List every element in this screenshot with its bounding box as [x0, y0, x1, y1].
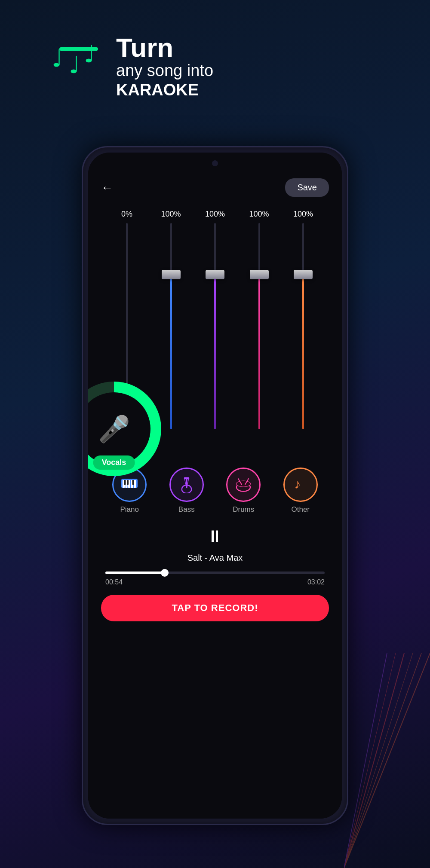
piano-fader-handle[interactable]: [162, 270, 181, 279]
progress-bar[interactable]: [105, 572, 325, 574]
music-notes-icon: ♩ ♩ ♩: [52, 43, 103, 90]
song-title: Salt - Ava Max: [101, 553, 329, 563]
drums-icon-circle[interactable]: [226, 468, 261, 502]
drums-fader-handle[interactable]: [250, 270, 269, 279]
record-button[interactable]: TAP TO RECORD!: [101, 595, 329, 621]
fader-drums-column: 100%: [238, 210, 281, 429]
svg-text:♩: ♩: [84, 43, 95, 67]
microphone-icon: 🎤: [98, 414, 130, 444]
svg-line-2: [344, 653, 413, 868]
bass-icon-circle[interactable]: [169, 468, 204, 502]
progress-section: 00:54 03:02: [101, 572, 329, 586]
bass-fader-handle[interactable]: [206, 270, 224, 279]
piano-keys-icon: [121, 479, 138, 491]
subtitle-line2: KARAOKE: [116, 81, 213, 99]
piano-label: Piano: [120, 505, 139, 514]
piano-percent: 100%: [161, 210, 181, 219]
play-pause-container: ⏸: [101, 527, 329, 546]
svg-rect-16: [134, 480, 136, 488]
svg-text:♩: ♩: [69, 52, 80, 78]
other-fader-handle[interactable]: [294, 270, 313, 279]
fader-other-column: 100%: [282, 210, 325, 429]
vocals-circle[interactable]: 🎤 Vocals: [88, 382, 161, 476]
playback-section: ⏸ Salt - Ava Max 00:54 03:02 TAP TO: [101, 527, 329, 621]
bass-guitar-icon: [179, 476, 194, 493]
phone-screen: ← Save 0% 100%: [88, 153, 342, 819]
vocals-badge[interactable]: Vocals: [93, 455, 135, 470]
track-icon-bass[interactable]: Bass: [169, 468, 204, 514]
vocals-outer-ring: 🎤 Vocals: [88, 382, 161, 476]
camera-notch: [212, 160, 218, 166]
svg-rect-17: [124, 480, 126, 485]
drums-icon: [235, 477, 252, 492]
save-button[interactable]: Save: [285, 178, 329, 197]
piano-fader-fill: [170, 275, 172, 429]
drums-fader-track[interactable]: [258, 223, 260, 429]
time-current: 00:54: [105, 578, 123, 586]
svg-line-4: [344, 653, 396, 868]
other-icon-circle[interactable]: ♪: [283, 468, 318, 502]
subtitle-line1: any song into: [116, 61, 213, 81]
track-icons-row: 🎤 Vocals: [101, 459, 329, 518]
svg-text:♪: ♪: [294, 477, 301, 491]
svg-line-0: [344, 653, 430, 868]
drums-percent: 100%: [249, 210, 269, 219]
vocals-percent: 0%: [121, 210, 132, 219]
other-percent: 100%: [293, 210, 313, 219]
track-icon-other[interactable]: ♪ Other: [283, 468, 318, 514]
bass-label: Bass: [178, 505, 195, 514]
app-content: ← Save 0% 100%: [88, 153, 342, 819]
time-labels: 00:54 03:02: [105, 578, 325, 586]
svg-rect-9: [59, 47, 98, 51]
progress-fill: [105, 572, 165, 574]
piano-fader-track[interactable]: [170, 223, 172, 429]
track-icon-drums[interactable]: Drums: [226, 468, 261, 514]
svg-line-5: [344, 653, 387, 868]
drums-fader-fill: [258, 275, 260, 429]
phone-mockup: ← Save 0% 100%: [82, 146, 348, 825]
bass-fader-fill: [214, 275, 216, 429]
time-total: 03:02: [307, 578, 325, 586]
other-fader-fill: [302, 275, 304, 429]
bass-percent: 100%: [205, 210, 225, 219]
other-music-icon: ♪: [293, 477, 308, 492]
other-label: Other: [291, 505, 310, 514]
fader-bass-column: 100%: [194, 210, 236, 429]
bass-fader-track[interactable]: [214, 223, 216, 429]
turn-label: Turn: [116, 34, 213, 61]
header-section: ♩ ♩ ♩ Turn any song into KARAOKE: [52, 34, 213, 99]
back-button[interactable]: ←: [101, 181, 113, 195]
svg-line-3: [344, 653, 404, 868]
other-fader-track[interactable]: [302, 223, 304, 429]
svg-point-28: [236, 481, 250, 487]
progress-handle[interactable]: [161, 569, 169, 577]
svg-rect-18: [127, 480, 129, 485]
drums-label: Drums: [233, 505, 254, 514]
svg-rect-19: [132, 480, 134, 485]
phone-outer: ← Save 0% 100%: [82, 146, 348, 825]
vocals-inner: 🎤 Vocals: [88, 392, 150, 465]
pause-button[interactable]: ⏸: [206, 527, 224, 546]
header-text: Turn any song into KARAOKE: [116, 34, 213, 99]
top-bar: ← Save: [101, 178, 329, 197]
svg-line-1: [344, 653, 421, 868]
